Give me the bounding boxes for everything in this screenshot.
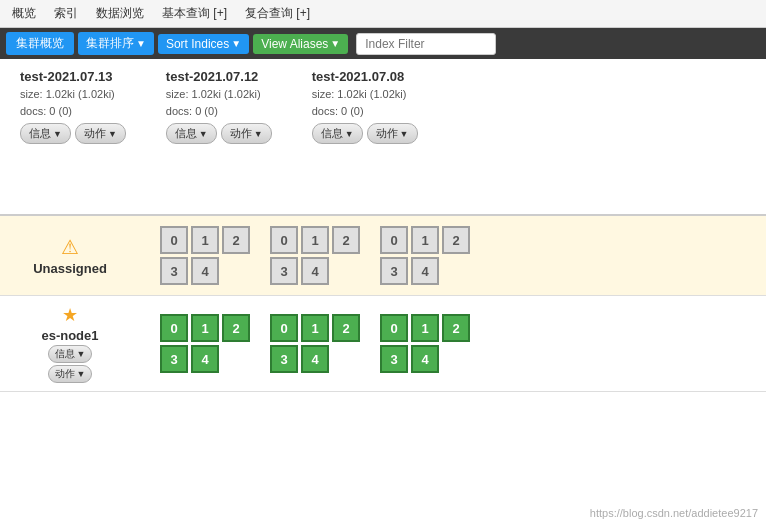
index-size-1: size: 1.02ki (1.02ki): [166, 86, 272, 103]
main-content: test-2021.07.13 size: 1.02ki (1.02ki) do…: [0, 59, 766, 392]
index-card-actions-0: 信息 ▼ 动作 ▼: [20, 123, 126, 144]
shard-row: 0 1 2: [270, 314, 360, 342]
shard-cell: 2: [442, 314, 470, 342]
shard-row: 0 1 2: [160, 314, 250, 342]
shard-cell: 0: [380, 314, 408, 342]
info-button-1[interactable]: 信息 ▼: [166, 123, 217, 144]
shard-cell: 2: [222, 226, 250, 254]
index-filter-input[interactable]: [356, 33, 496, 55]
shard-row: 3 4: [160, 345, 250, 373]
shard-cell: 3: [380, 257, 408, 285]
sort-indices-button[interactable]: Sort Indices ▼: [158, 34, 249, 54]
shard-cell: 0: [160, 314, 188, 342]
spacer: [0, 154, 766, 214]
watermark: https://blog.csdn.net/addietee9217: [590, 507, 758, 519]
shards-section: ⚠ Unassigned 0 1 2 3 4: [0, 214, 766, 392]
shard-row: 0 1 2: [270, 226, 360, 254]
shard-row: 3 4: [380, 257, 470, 285]
unassigned-shard-group-0: 0 1 2 3 4: [160, 226, 250, 285]
shard-cell: 2: [222, 314, 250, 342]
index-cards: test-2021.07.13 size: 1.02ki (1.02ki) do…: [0, 59, 766, 154]
info-button-2[interactable]: 信息 ▼: [312, 123, 363, 144]
action-button-0[interactable]: 动作 ▼: [75, 123, 126, 144]
node-shard-group-1: 0 1 2 3 4: [270, 314, 360, 373]
shard-row: 0 1 2: [160, 226, 250, 254]
view-aliases-label: View Aliases: [261, 37, 328, 51]
shard-cell: 3: [380, 345, 408, 373]
shard-cell: 1: [411, 314, 439, 342]
index-docs-0: docs: 0 (0): [20, 103, 126, 120]
index-card-1: test-2021.07.12 size: 1.02ki (1.02ki) do…: [166, 69, 272, 144]
shard-cell: 4: [411, 345, 439, 373]
unassigned-row: ⚠ Unassigned 0 1 2 3 4: [0, 216, 766, 296]
shard-cell: 3: [270, 345, 298, 373]
index-docs-2: docs: 0 (0): [312, 103, 418, 120]
action-button-2[interactable]: 动作 ▼: [367, 123, 418, 144]
shard-row: 3 4: [160, 257, 250, 285]
shard-cell: 0: [270, 314, 298, 342]
unassigned-shard-group-2: 0 1 2 3 4: [380, 226, 470, 285]
index-size-2: size: 1.02ki (1.02ki): [312, 86, 418, 103]
star-icon: ★: [62, 304, 78, 326]
shard-cell: 4: [191, 257, 219, 285]
view-aliases-arrow: ▼: [330, 38, 340, 49]
shard-row: 3 4: [270, 257, 360, 285]
index-name-0: test-2021.07.13: [20, 69, 126, 84]
cluster-sort-arrow: ▼: [136, 38, 146, 49]
nav-overview[interactable]: 概览: [4, 2, 44, 25]
nav-basic-query[interactable]: 基本查询 [+]: [154, 2, 235, 25]
index-card-actions-1: 信息 ▼ 动作 ▼: [166, 123, 272, 144]
shard-cell: 3: [160, 345, 188, 373]
shard-cell: 4: [411, 257, 439, 285]
toolbar: 集群概览 集群排序 ▼ Sort Indices ▼ View Aliases …: [0, 28, 766, 59]
cluster-sort-label: 集群排序: [86, 35, 134, 52]
top-nav: 概览 索引 数据浏览 基本查询 [+] 复合查询 [+]: [0, 0, 766, 28]
shard-cell: 1: [191, 314, 219, 342]
node-info-button[interactable]: 信息 ▼: [48, 345, 93, 363]
node-shard-group-2: 0 1 2 3 4: [380, 314, 470, 373]
cluster-overview-button[interactable]: 集群概览: [6, 32, 74, 55]
shard-cell: 2: [442, 226, 470, 254]
unassigned-label-area: ⚠ Unassigned: [10, 235, 130, 276]
shard-cell: 1: [301, 314, 329, 342]
shard-cell: 4: [301, 345, 329, 373]
index-name-2: test-2021.07.08: [312, 69, 418, 84]
node-row: ★ es-node1 信息 ▼ 动作 ▼ 0: [0, 296, 766, 392]
cluster-sort-button[interactable]: 集群排序 ▼: [78, 32, 154, 55]
unassigned-text: Unassigned: [33, 261, 107, 276]
shard-cell: 0: [270, 226, 298, 254]
shard-cell: 3: [270, 257, 298, 285]
index-size-0: size: 1.02ki (1.02ki): [20, 86, 126, 103]
index-name-1: test-2021.07.12: [166, 69, 272, 84]
shard-cell: 2: [332, 226, 360, 254]
sort-indices-arrow: ▼: [231, 38, 241, 49]
action-button-1[interactable]: 动作 ▼: [221, 123, 272, 144]
index-card-2: test-2021.07.08 size: 1.02ki (1.02ki) do…: [312, 69, 418, 144]
node-actions: 信息 ▼ 动作 ▼: [48, 345, 93, 383]
sort-indices-label: Sort Indices: [166, 37, 229, 51]
shard-row: 0 1 2: [380, 314, 470, 342]
shard-cell: 3: [160, 257, 188, 285]
shard-row: 3 4: [380, 345, 470, 373]
nav-data-browse[interactable]: 数据浏览: [88, 2, 152, 25]
index-docs-1: docs: 0 (0): [166, 103, 272, 120]
node-label-area: ★ es-node1 信息 ▼ 动作 ▼: [10, 304, 130, 383]
node-shard-group-0: 0 1 2 3 4: [160, 314, 250, 373]
info-button-0[interactable]: 信息 ▼: [20, 123, 71, 144]
view-aliases-button[interactable]: View Aliases ▼: [253, 34, 348, 54]
shard-cell: 0: [160, 226, 188, 254]
shard-cell: 1: [191, 226, 219, 254]
shard-cell: 2: [332, 314, 360, 342]
index-card-actions-2: 信息 ▼ 动作 ▼: [312, 123, 418, 144]
shard-cell: 1: [301, 226, 329, 254]
warning-icon: ⚠: [61, 235, 79, 259]
node-action-button[interactable]: 动作 ▼: [48, 365, 93, 383]
shard-cell: 1: [411, 226, 439, 254]
shard-cell: 4: [301, 257, 329, 285]
nav-index[interactable]: 索引: [46, 2, 86, 25]
shard-cell: 0: [380, 226, 408, 254]
index-card-0: test-2021.07.13 size: 1.02ki (1.02ki) do…: [20, 69, 126, 144]
unassigned-shard-group-1: 0 1 2 3 4: [270, 226, 360, 285]
nav-complex-query[interactable]: 复合查询 [+]: [237, 2, 318, 25]
unassigned-shards-groups: 0 1 2 3 4 0 1 2: [130, 226, 756, 285]
